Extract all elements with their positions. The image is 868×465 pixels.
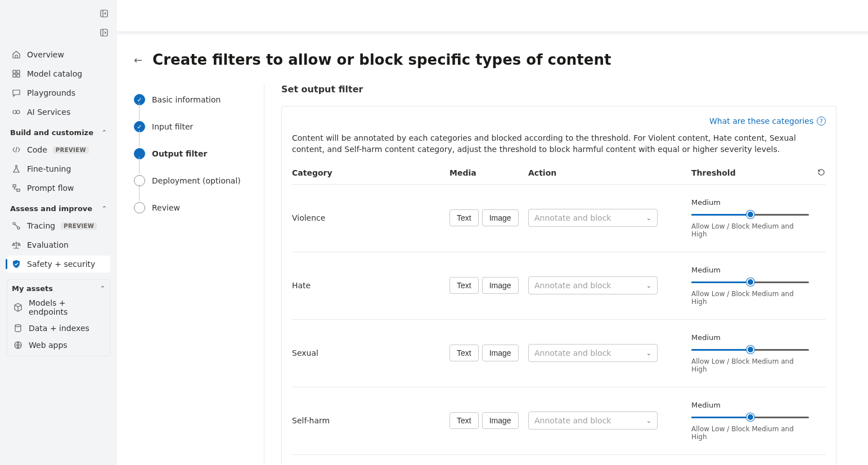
svg-rect-3 bbox=[17, 70, 20, 73]
threshold-description: Allow Low / Block Medium and High bbox=[691, 222, 809, 238]
action-select[interactable]: Annotate and block ⌄ bbox=[528, 209, 658, 227]
chevron-up-icon: ⌃ bbox=[100, 285, 105, 292]
chevron-up-icon: ⌃ bbox=[102, 205, 107, 212]
database-icon bbox=[13, 323, 23, 333]
back-arrow-icon[interactable]: ← bbox=[134, 54, 142, 66]
wizard-step-input-filter[interactable]: Input filter bbox=[134, 113, 254, 140]
media-image-button[interactable]: Image bbox=[482, 345, 519, 361]
sidebar-item-web-apps[interactable]: Web apps bbox=[8, 337, 109, 354]
sidebar-item-tracing[interactable]: Tracing PREVIEW bbox=[7, 217, 110, 234]
sidebar-item-label: Models + endpoints bbox=[29, 298, 104, 316]
category-name: Hate bbox=[292, 281, 449, 290]
sidebar-item-overview[interactable]: Overview bbox=[7, 46, 110, 63]
action-select[interactable]: Annotate and block ⌄ bbox=[528, 412, 658, 430]
section-title: Set output filter bbox=[281, 84, 836, 95]
sidebar-item-ai-services[interactable]: AI Services bbox=[7, 104, 110, 120]
reset-icon[interactable] bbox=[817, 168, 826, 178]
media-text-button[interactable]: Text bbox=[449, 412, 479, 429]
threshold-slider[interactable] bbox=[691, 278, 809, 287]
wizard-step-output-filter[interactable]: Output filter bbox=[134, 140, 254, 167]
chevron-up-icon: ⌃ bbox=[102, 129, 107, 136]
sidebar-item-label: Tracing bbox=[27, 221, 55, 230]
svg-point-12 bbox=[15, 325, 21, 327]
filter-row-protected-material: Protected material for text i Text Annot… bbox=[292, 455, 826, 465]
sidebar-item-label: Overview bbox=[27, 50, 64, 59]
code-icon bbox=[11, 145, 21, 155]
svg-point-7 bbox=[16, 110, 20, 114]
filter-row-self-harm: Self-harm Text Image Annotate and block … bbox=[292, 387, 826, 455]
threshold-slider[interactable] bbox=[691, 210, 809, 219]
help-categories-link[interactable]: What are these categories ? bbox=[709, 117, 826, 126]
svg-point-11 bbox=[17, 227, 20, 229]
threshold-slider[interactable] bbox=[691, 345, 809, 354]
sidebar-item-label: Data + indexes bbox=[29, 324, 89, 333]
threshold-description: Allow Low / Block Medium and High bbox=[691, 290, 809, 306]
section-assess-improve[interactable]: Assess and improve ⌃ bbox=[7, 199, 110, 215]
step-pending-icon bbox=[134, 175, 145, 186]
wizard-step-deployment[interactable]: Deployment (optional) bbox=[134, 167, 254, 194]
sidebar-item-evaluation[interactable]: Evaluation bbox=[7, 236, 110, 253]
sidebar-item-data-indexes[interactable]: Data + indexes bbox=[8, 320, 109, 337]
category-name: Violence bbox=[292, 213, 449, 222]
sidebar-item-playgrounds[interactable]: Playgrounds bbox=[7, 84, 110, 101]
svg-rect-0 bbox=[101, 10, 107, 17]
page-title: Create filters to allow or block specifi… bbox=[152, 51, 611, 68]
filter-row-hate: Hate Text Image Annotate and block ⌄ bbox=[292, 252, 826, 320]
column-header-threshold: Threshold bbox=[691, 168, 809, 177]
svg-rect-4 bbox=[13, 74, 16, 77]
threshold-description: Allow Low / Block Medium and High bbox=[691, 425, 809, 441]
sidebar-item-model-catalog[interactable]: Model catalog bbox=[7, 65, 110, 82]
wizard-step-review[interactable]: Review bbox=[134, 194, 254, 221]
media-image-button[interactable]: Image bbox=[482, 277, 519, 294]
action-select[interactable]: Annotate and block ⌄ bbox=[528, 276, 658, 294]
filter-table-header: Category Media Action Threshold bbox=[292, 164, 826, 185]
collapse-sidebar-icon[interactable] bbox=[99, 8, 110, 19]
threshold-label: Medium bbox=[691, 198, 809, 207]
collapse-group-icon[interactable] bbox=[99, 27, 110, 38]
svg-rect-5 bbox=[17, 74, 20, 77]
svg-rect-1 bbox=[101, 29, 107, 36]
home-icon bbox=[11, 50, 21, 60]
category-name: Sexual bbox=[292, 348, 449, 357]
catalog-icon bbox=[11, 69, 21, 79]
filter-row-violence: Violence Text Image Annotate and block ⌄ bbox=[292, 185, 826, 252]
cube-icon bbox=[13, 302, 23, 312]
media-text-button[interactable]: Text bbox=[449, 277, 479, 294]
chevron-down-icon: ⌄ bbox=[646, 350, 651, 357]
sidebar-item-models-endpoints[interactable]: Models + endpoints bbox=[8, 295, 109, 320]
sidebar-item-label: Web apps bbox=[29, 341, 68, 350]
media-image-button[interactable]: Image bbox=[482, 209, 519, 226]
action-select[interactable]: Annotate and block ⌄ bbox=[528, 344, 658, 362]
threshold-slider[interactable] bbox=[691, 413, 809, 422]
preview-badge: PREVIEW bbox=[53, 146, 89, 154]
wizard-step-label: Deployment (optional) bbox=[152, 176, 241, 185]
filter-row-sexual: Sexual Text Image Annotate and block ⌄ bbox=[292, 320, 826, 387]
filter-card: What are these categories ? Content will… bbox=[281, 106, 836, 465]
flow-icon bbox=[11, 183, 21, 193]
step-complete-icon bbox=[134, 121, 145, 132]
media-text-button[interactable]: Text bbox=[449, 209, 479, 226]
scale-icon bbox=[11, 240, 21, 250]
wizard-step-label: Review bbox=[152, 203, 180, 212]
step-current-icon bbox=[134, 148, 145, 159]
media-image-button[interactable]: Image bbox=[482, 412, 519, 429]
sidebar-item-safety-security[interactable]: Safety + security bbox=[7, 256, 110, 272]
section-build-customize[interactable]: Build and customize ⌃ bbox=[7, 123, 110, 139]
trace-icon bbox=[11, 221, 21, 231]
column-header-action: Action bbox=[528, 168, 691, 177]
category-name: Self-harm bbox=[292, 416, 449, 425]
step-complete-icon bbox=[134, 94, 145, 105]
threshold-description: Allow Low / Block Medium and High bbox=[691, 357, 809, 373]
sidebar-item-prompt-flow[interactable]: Prompt flow bbox=[7, 180, 110, 196]
section-my-assets[interactable]: My assets ⌃ bbox=[8, 282, 109, 295]
wizard-step-basic-information[interactable]: Basic information bbox=[134, 86, 254, 113]
media-text-button[interactable]: Text bbox=[449, 345, 479, 361]
sidebar-item-label: Safety + security bbox=[27, 260, 95, 269]
threshold-label: Medium bbox=[691, 266, 809, 274]
sidebar-item-fine-tuning[interactable]: Fine-tuning bbox=[7, 160, 110, 177]
svg-rect-2 bbox=[13, 70, 16, 73]
shield-icon bbox=[11, 259, 21, 269]
svg-rect-9 bbox=[17, 189, 20, 191]
section-description: Content will be annotated by each catego… bbox=[292, 132, 826, 155]
sidebar-item-code[interactable]: Code PREVIEW bbox=[7, 141, 110, 158]
